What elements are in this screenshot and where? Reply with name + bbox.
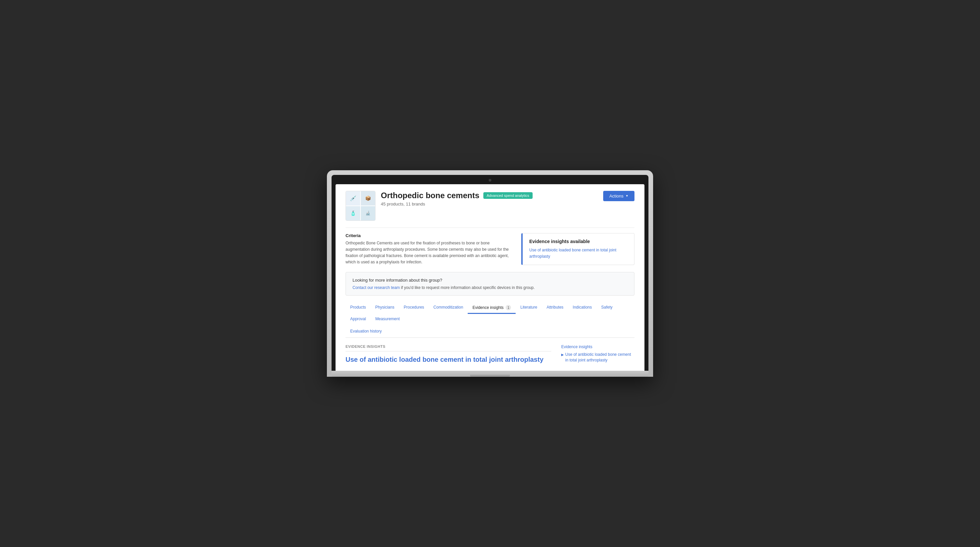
product-image-cell-2	[361, 191, 375, 206]
evidence-section: Evidence Insights Use of antibiotic load…	[345, 344, 635, 364]
evidence-article-title[interactable]: Use of antibiotic loaded bone cement in …	[345, 355, 551, 364]
product-image-cell-3	[346, 206, 360, 220]
product-image	[345, 191, 375, 221]
tab-commoditization[interactable]: Commoditization	[429, 302, 468, 314]
tab-approval[interactable]: Approval	[345, 314, 371, 325]
evidence-main: Evidence Insights Use of antibiotic load…	[345, 344, 551, 364]
sidebar-nav-item[interactable]: ▶ Use of antibiotic loaded bone cement i…	[561, 352, 635, 363]
evidence-card-title: Evidence insights available	[529, 239, 627, 244]
info-box: Looking for more information about this …	[345, 272, 635, 296]
tab-attributes[interactable]: Attributes	[542, 302, 568, 314]
sidebar-nav-link[interactable]: Use of antibiotic loaded bone cement in …	[565, 352, 635, 363]
tab-products[interactable]: Products	[345, 302, 371, 314]
evidence-sidebar: Evidence insights ▶ Use of antibiotic lo…	[561, 344, 635, 364]
tab-procedures[interactable]: Procedures	[399, 302, 429, 314]
info-box-body: if you'd like to request more informatio…	[400, 285, 535, 290]
criteria-text-block: Criteria Orthopedic Bone Cements are use…	[345, 233, 511, 266]
tab-literature[interactable]: Literature	[515, 302, 542, 314]
product-title: Orthopedic bone cements	[381, 191, 479, 200]
product-title-block: Orthopedic bone cements Advanced spend a…	[381, 191, 533, 206]
tabs-row2: Evaluation history	[345, 325, 635, 338]
tab-physicians[interactable]: Physicians	[371, 302, 399, 314]
evidence-insights-badge: 1	[506, 305, 511, 310]
header-divider	[345, 227, 635, 228]
laptop-base	[332, 371, 648, 377]
evidence-insights-card: Evidence insights available Use of antib…	[521, 233, 635, 265]
criteria-section: Criteria Orthopedic Bone Cements are use…	[345, 233, 635, 266]
tabs-row: Products Physicians Procedures Commoditi…	[345, 302, 635, 325]
evidence-section-title: Evidence Insights	[345, 344, 551, 352]
evidence-card-link[interactable]: Use of antibiotic loaded bone cement in …	[529, 248, 616, 259]
info-box-title: Looking for more information about this …	[353, 277, 627, 283]
criteria-title: Criteria	[345, 233, 511, 238]
laptop-camera	[488, 179, 492, 182]
tab-safety[interactable]: Safety	[597, 302, 617, 314]
info-box-text: Contact our research team if you'd like …	[353, 285, 627, 290]
tabs-container: Products Physicians Procedures Commoditi…	[345, 302, 635, 338]
product-subtitle: 45 products, 11 brands	[381, 201, 533, 206]
advanced-badge: Advanced spend analytics	[483, 192, 533, 199]
criteria-text: Orthopedic Bone Cements are used for the…	[345, 240, 511, 266]
page-header: Orthopedic bone cements Advanced spend a…	[345, 191, 635, 221]
actions-button[interactable]: Actions	[603, 191, 635, 201]
tab-indications[interactable]: Indications	[568, 302, 597, 314]
tab-evidence-insights[interactable]: Evidence insights 1	[468, 302, 515, 314]
tab-measurement[interactable]: Measurement	[371, 314, 404, 325]
sidebar-nav-title: Evidence insights	[561, 344, 635, 349]
product-image-cell-4	[361, 206, 375, 220]
tab-evaluation-history[interactable]: Evaluation history	[345, 327, 387, 336]
product-title-line: Orthopedic bone cements Advanced spend a…	[381, 191, 533, 200]
product-image-cell-1	[346, 191, 360, 206]
contact-research-team-link[interactable]: Contact our research team	[353, 285, 400, 290]
sidebar-nav-arrow: ▶	[561, 352, 564, 357]
header-left: Orthopedic bone cements Advanced spend a…	[345, 191, 533, 221]
